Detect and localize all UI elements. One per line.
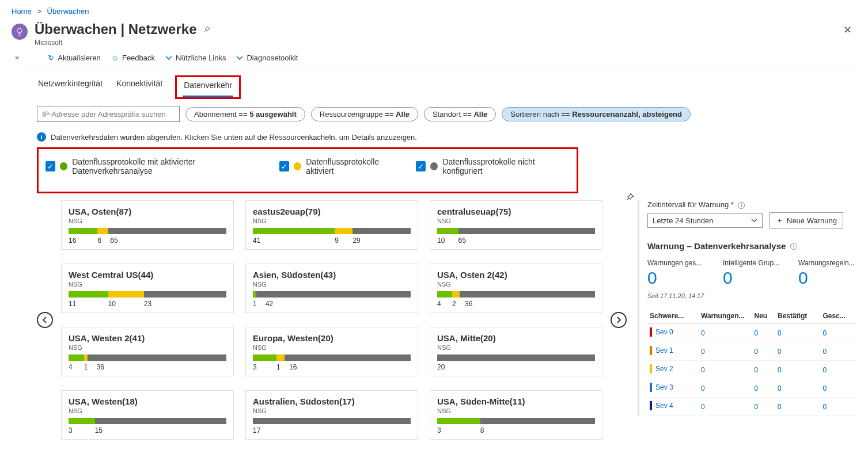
metric-smart-groups-value[interactable]: 0: [723, 268, 781, 288]
sev-closed[interactable]: 0: [822, 329, 827, 337]
sev-total[interactable]: 0: [701, 329, 705, 337]
feedback-button[interactable]: ☺ Feedback: [111, 54, 155, 62]
filter-subscription[interactable]: Abonnement == 5 ausgewählt: [185, 107, 305, 121]
severity-link[interactable]: Sev 2: [655, 365, 673, 373]
metric-smart-groups-label: Intelligente Grup...: [723, 259, 781, 267]
region-card[interactable]: centraluseuap(75) NSG 1065: [430, 200, 602, 250]
severity-color-bar: [650, 346, 652, 355]
breadcrumb-current[interactable]: Überwachen: [47, 7, 89, 16]
sev-closed[interactable]: 0: [822, 403, 827, 411]
checkbox-flowlogs-enabled[interactable]: ✓: [279, 161, 289, 171]
region-card[interactable]: Australien, Südosten(17) NSG 17: [245, 390, 418, 440]
card-bar: [437, 228, 595, 234]
legend-dot-green: [60, 162, 67, 170]
sev-new[interactable]: 0: [754, 384, 758, 392]
card-bar: [437, 291, 595, 298]
info-icon[interactable]: i: [790, 243, 797, 250]
sev-total[interactable]: 0: [701, 384, 705, 392]
card-title: eastus2euap(79): [253, 207, 411, 216]
cards-next-button[interactable]: [611, 312, 627, 328]
sev-closed[interactable]: 0: [822, 384, 827, 392]
close-button[interactable]: ✕: [839, 21, 856, 39]
sev-new[interactable]: 0: [754, 403, 758, 411]
smiley-icon: ☺: [111, 54, 119, 62]
monitor-icon: [12, 24, 28, 40]
filter-location[interactable]: Standort == Alle: [424, 107, 496, 121]
tab-traffic[interactable]: Datenverkehr: [183, 77, 233, 97]
filter-resource-group[interactable]: Ressourcengruppe == Alle: [311, 107, 418, 121]
card-title: Australien, Südosten(17): [253, 396, 411, 406]
sev-closed[interactable]: 0: [822, 348, 827, 356]
card-bar: [253, 291, 411, 298]
severity-row: Sev 2 0 0 0 0: [647, 361, 856, 379]
region-card[interactable]: eastus2euap(79) NSG 41929: [245, 200, 418, 250]
sev-total[interactable]: 0: [701, 348, 705, 356]
info-text: Datenverkehrsdaten wurden abgerufen. Kli…: [51, 133, 417, 142]
sev-ack[interactable]: 0: [778, 366, 782, 374]
search-input[interactable]: [37, 106, 180, 122]
severity-link[interactable]: Sev 0: [655, 328, 673, 336]
card-title: USA, Osten(87): [69, 207, 226, 216]
sev-new[interactable]: 0: [754, 348, 758, 356]
checkbox-traffic-analytics[interactable]: ✓: [46, 161, 55, 171]
region-card[interactable]: USA, Osten(87) NSG 16665: [61, 200, 234, 250]
pin-icon[interactable]: [202, 25, 211, 34]
sev-new[interactable]: 0: [754, 329, 758, 337]
sev-total[interactable]: 0: [701, 403, 705, 411]
sev-ack[interactable]: 0: [778, 384, 782, 392]
severity-link[interactable]: Sev 4: [655, 402, 673, 410]
severity-color-bar: [650, 401, 652, 410]
sev-ack[interactable]: 0: [778, 403, 782, 411]
region-card[interactable]: USA, Süden-Mitte(11) NSG 38: [430, 390, 602, 440]
sev-ack[interactable]: 0: [778, 348, 782, 356]
new-alert-button[interactable]: ＋ Neue Warnung: [770, 212, 843, 228]
checkbox-flowlogs-not-configured[interactable]: ✓: [416, 161, 426, 171]
breadcrumb-home[interactable]: Home: [12, 7, 32, 16]
card-title: USA, Süden-Mitte(11): [437, 396, 595, 406]
severity-link[interactable]: Sev 1: [655, 346, 673, 354]
tab-network-integrity[interactable]: Netzwerkintegrität: [37, 75, 104, 99]
tab-connectivity[interactable]: Konnektivität: [115, 75, 164, 99]
metric-rules-label: Warnungsregeln...: [798, 259, 856, 267]
card-subtitle: NSG: [253, 344, 411, 351]
card-values: 1065: [437, 237, 595, 245]
metric-rules-value[interactable]: 0: [798, 268, 856, 288]
region-card[interactable]: USA, Westen(18) NSG 315: [61, 390, 234, 440]
useful-links-dropdown[interactable]: Nützliche Links: [165, 54, 226, 62]
refresh-icon: ↻: [48, 54, 54, 62]
card-bar: [253, 354, 411, 361]
severity-row: Sev 4 0 0 0 0: [647, 398, 856, 416]
interval-label: Zeitintervall für Warnung * i: [647, 200, 856, 209]
region-card[interactable]: West Cemtral US(44) NSG 111023: [61, 264, 234, 313]
severity-link[interactable]: Sev 3: [655, 383, 673, 391]
region-card[interactable]: Europa, Westen(20) NSG 3116: [245, 327, 418, 376]
card-subtitle: NSG: [69, 407, 226, 414]
pin-panel-icon[interactable]: [624, 192, 635, 203]
refresh-button[interactable]: ↻ Aktualisieren: [48, 54, 100, 62]
card-title: USA, Osten 2(42): [437, 270, 595, 280]
card-title: Europa, Westen(20): [253, 333, 411, 343]
region-card[interactable]: USA, Mitte(20) NSG 20: [430, 327, 602, 376]
card-title: USA, Westen(18): [69, 396, 226, 406]
region-card[interactable]: Asien, Südosten(43) NSG 142: [245, 264, 418, 313]
diagnostic-toolkit-dropdown[interactable]: Diagnosetoolkit: [236, 54, 298, 62]
region-card[interactable]: USA, Westen 2(41) NSG 4136: [61, 327, 234, 376]
sev-total[interactable]: 0: [701, 366, 705, 374]
interval-dropdown[interactable]: Letzte 24 Stunden: [647, 213, 763, 228]
card-subtitle: NSG: [69, 218, 226, 224]
cards-prev-button[interactable]: [37, 312, 53, 328]
region-card[interactable]: USA, Osten 2(42) NSG 4236: [430, 264, 602, 313]
card-subtitle: NSG: [437, 218, 595, 224]
severity-row: Sev 0 0 0 0 0: [647, 324, 856, 342]
expand-menu-icon[interactable]: »: [12, 53, 22, 62]
card-subtitle: NSG: [253, 218, 411, 224]
filter-sort[interactable]: Sortieren nach == Ressourcenanzahl, abst…: [502, 107, 691, 121]
chevron-down-icon: [165, 55, 172, 62]
sev-ack[interactable]: 0: [778, 329, 782, 337]
metric-total-value[interactable]: 0: [647, 268, 706, 288]
card-subtitle: NSG: [437, 407, 595, 414]
sev-closed[interactable]: 0: [822, 366, 827, 374]
chevron-right-icon: [615, 317, 622, 323]
info-icon[interactable]: i: [738, 202, 745, 209]
sev-new[interactable]: 0: [754, 366, 758, 374]
